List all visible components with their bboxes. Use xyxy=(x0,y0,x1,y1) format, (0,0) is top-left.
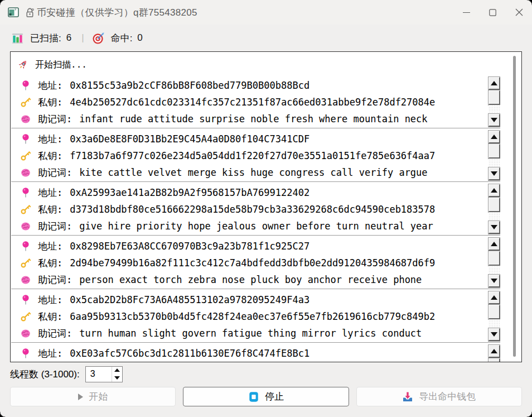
play-icon xyxy=(78,394,83,400)
address-label: 地址: xyxy=(38,133,62,146)
scroll-down-button[interactable] xyxy=(489,167,500,180)
scroll-thumb[interactable] xyxy=(489,305,500,319)
export-button[interactable]: 导出命中钱包 xyxy=(356,387,522,406)
start-button-label: 开始 xyxy=(89,390,108,403)
mnemonic-label: 助记词: xyxy=(38,327,72,340)
scroll-down-button[interactable] xyxy=(489,114,500,127)
statusbar: 已扫描: 6 | 命中: 0 xyxy=(0,25,532,51)
key-icon xyxy=(20,204,31,215)
mnemonic-line: 助记词: give hire priority hope jealous own… xyxy=(11,218,500,234)
wallet-entry: 地址: 0x8155c53a9b2cCF86bB8F608bed779B0B00… xyxy=(11,76,500,128)
scroll-up-button[interactable] xyxy=(489,238,500,251)
pin-icon xyxy=(20,80,31,91)
stop-button[interactable]: 停止 xyxy=(183,387,349,406)
start-message: 开始扫描... xyxy=(35,59,87,71)
start-button[interactable]: 开始 xyxy=(10,387,176,406)
private-key-line: 私钥: f7183b7a6f977c026e234d5a054dd1f220f2… xyxy=(11,147,500,164)
scroll-down-button[interactable] xyxy=(489,328,500,341)
scroll-thumb[interactable] xyxy=(489,144,500,159)
private-key-value: 2d94be79499b16a82f111c3c412c7a4bdfedd3db… xyxy=(70,257,435,269)
scroll-up-button[interactable] xyxy=(489,291,500,304)
entry-scrollbar[interactable] xyxy=(489,131,500,180)
key-icon xyxy=(20,97,31,108)
mnemonic-line: 助记词: turn human slight govern fatigue th… xyxy=(11,325,500,342)
scroll-down-button[interactable] xyxy=(489,221,500,234)
private-key-line: 私钥: 2d94be79499b16a82f111c3c412c7a4bdfed… xyxy=(11,255,500,271)
address-line: 地址: 0x3a6De8E8F0D31Bb2E9C45A4a0D80f104C7… xyxy=(11,131,500,147)
scroll-thumb[interactable] xyxy=(489,90,500,105)
address-line: 地址: 0x8155c53a9b2cCF86bB8F608bed779B0B00… xyxy=(11,77,500,94)
close-button[interactable] xyxy=(506,0,532,25)
scroll-track[interactable] xyxy=(489,105,500,114)
address-value: 0xE03afc57C6bc3d1c2811b6130E76f8C474fE8B… xyxy=(70,348,309,359)
entry-scrollbar[interactable] xyxy=(489,291,500,341)
address-value: 0x5cab2D2b8Fc73A6A485513102a9782095249F4… xyxy=(70,294,309,305)
mnemonic-label: 助记词: xyxy=(38,166,72,179)
entry-scrollbar[interactable] xyxy=(489,345,500,362)
mnemonic-value: turn human slight govern fatigue thing m… xyxy=(79,328,422,339)
scroll-track[interactable] xyxy=(489,159,500,167)
spinner-up-button[interactable] xyxy=(112,367,122,375)
scroll-thumb[interactable] xyxy=(489,251,500,266)
key-icon xyxy=(20,257,31,269)
spinner-buttons xyxy=(112,367,122,382)
scroll-thumb[interactable] xyxy=(489,358,500,362)
rocket-icon xyxy=(17,59,29,71)
scroll-track[interactable] xyxy=(489,319,500,328)
address-label: 地址: xyxy=(38,240,62,253)
scroll-up-button[interactable] xyxy=(489,77,500,90)
brain-icon xyxy=(20,167,31,178)
export-download-icon xyxy=(402,391,413,402)
brain-icon xyxy=(20,113,31,124)
window-title: 币安碰撞（仅供学习）q群755438205 xyxy=(37,6,197,19)
thread-count-spinner[interactable]: 3 xyxy=(85,366,123,382)
window-controls xyxy=(453,0,532,25)
log-entries: 地址: 0x8155c53a9b2cCF86bB8F608bed779B0B00… xyxy=(11,76,500,362)
panel-scrollbar-thumb[interactable] xyxy=(513,56,516,357)
mnemonic-label: 助记词: xyxy=(38,113,72,126)
private-key-value: 4e4b250527dc61cdc023314fc357c21351f87ac6… xyxy=(70,97,435,108)
app-window: 币安碰撞（仅供学习）q群755438205 已扫描: 6 | xyxy=(0,0,532,417)
mnemonic-value: give hire priority hope jealous owner be… xyxy=(79,221,433,232)
scroll-up-button[interactable] xyxy=(489,131,500,143)
private-key-value: 6aa95b9313cb5370b0b4d5fc428f24ea0ec37e6f… xyxy=(70,311,435,322)
wallet-entry: 地址: 0x3a6De8E8F0D31Bb2E9C45A4a0D80f104C7… xyxy=(11,130,500,182)
spinner-down-button[interactable] xyxy=(112,374,122,382)
scroll-up-button[interactable] xyxy=(489,345,500,358)
address-label: 地址: xyxy=(38,79,62,92)
address-value: 0x3a6De8E8F0D31Bb2E9C45A4a0D80f104C7341C… xyxy=(70,133,309,145)
scanned-value: 6 xyxy=(66,32,71,44)
address-label: 地址: xyxy=(38,347,62,360)
private-key-value: f7183b7a6f977c026e234d5a054dd1f220f27d70… xyxy=(70,150,435,161)
private-key-label: 私钥: xyxy=(38,203,62,216)
scroll-track[interactable] xyxy=(489,212,500,221)
pin-icon xyxy=(20,348,31,359)
maximize-button[interactable] xyxy=(480,0,506,25)
key-icon xyxy=(20,311,31,322)
stop-button-label: 停止 xyxy=(265,390,284,403)
wallet-entry: 地址: 0x5cab2D2b8Fc73A6A485513102a97820952… xyxy=(11,290,500,343)
scroll-up-button[interactable] xyxy=(489,184,500,197)
address-label: 地址: xyxy=(38,294,62,306)
entry-scrollbar[interactable] xyxy=(489,238,500,287)
export-button-label: 导出命中钱包 xyxy=(419,390,476,403)
key-icon xyxy=(20,150,31,161)
address-label: 地址: xyxy=(38,186,62,199)
stop-icon xyxy=(248,391,259,402)
wallet-entry: 地址: 0xE03afc57C6bc3d1c2811b6130E76f8C474… xyxy=(11,344,500,362)
scroll-down-button[interactable] xyxy=(489,275,500,287)
entry-scrollbar[interactable] xyxy=(489,184,500,234)
status-divider: | xyxy=(81,32,84,44)
hits-value: 0 xyxy=(137,32,142,44)
scroll-track[interactable] xyxy=(489,266,500,275)
entry-scrollbar[interactable] xyxy=(489,77,500,127)
thread-row: 线程数 (3-1000): 3 xyxy=(0,362,532,386)
brain-icon xyxy=(20,328,31,339)
address-value: 0x8298Eb7E63A8CC670970B3c9a23b781f1c925C… xyxy=(70,241,309,252)
minimize-button[interactable] xyxy=(453,0,480,25)
thread-count-value[interactable]: 3 xyxy=(86,367,112,382)
private-key-label: 私钥: xyxy=(38,150,62,162)
scroll-thumb[interactable] xyxy=(489,198,500,212)
private-key-label: 私钥: xyxy=(38,310,62,323)
brain-icon xyxy=(20,221,31,232)
